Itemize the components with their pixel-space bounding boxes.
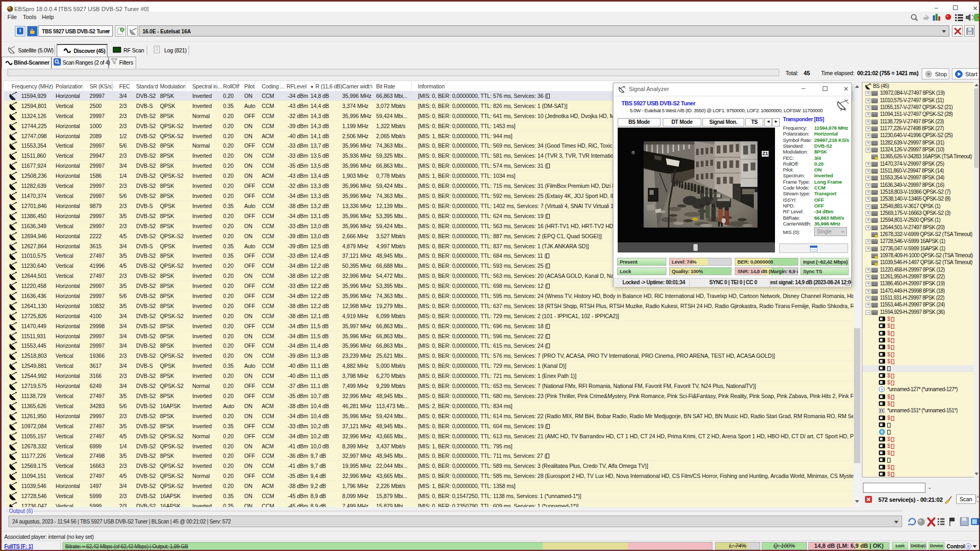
svg-text:?: ? [880, 387, 883, 392]
svg-text:#: # [967, 544, 970, 549]
